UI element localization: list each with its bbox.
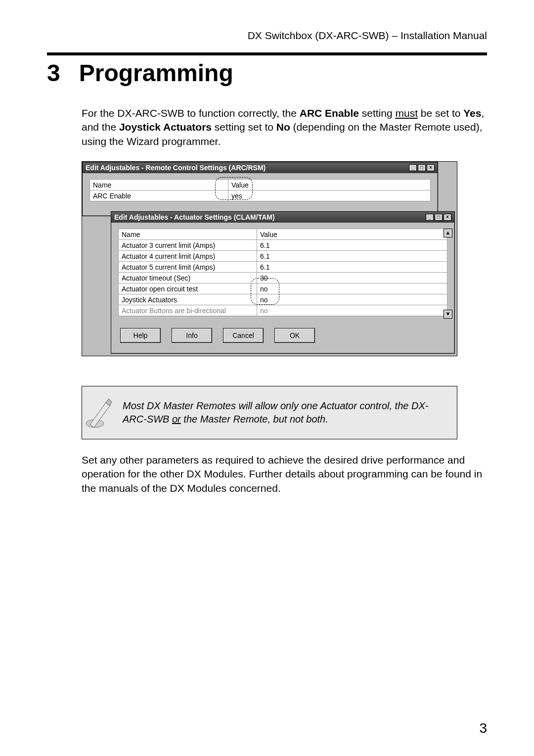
cell-name: Actuator 3 current limit (Amps) bbox=[119, 240, 257, 251]
chapter-heading: 3 Programming bbox=[47, 59, 487, 87]
col-value: Value bbox=[228, 180, 431, 190]
settings-table: Name Value Actuator 3 current limit (Amp… bbox=[118, 229, 447, 316]
intro-text: setting set to bbox=[212, 121, 276, 133]
intro-text: be set to bbox=[418, 107, 463, 119]
table-row: ARC Enable yes bbox=[90, 190, 431, 201]
intro-bold-yes: Yes bbox=[463, 107, 481, 119]
cell-value[interactable]: no bbox=[257, 294, 447, 305]
window-controls: _ □ × bbox=[409, 164, 435, 171]
close-button[interactable]: × bbox=[444, 214, 451, 221]
cell-value[interactable]: 30 bbox=[257, 273, 447, 284]
cell-value[interactable]: yes bbox=[228, 190, 431, 201]
help-button[interactable]: Help bbox=[120, 328, 161, 343]
window-controls: _ □ × bbox=[426, 214, 451, 221]
table-row: Actuator 3 current limit (Amps)6.1 bbox=[119, 240, 447, 251]
minimize-button[interactable]: _ bbox=[426, 214, 434, 221]
intro-underline-must: must bbox=[395, 107, 418, 119]
intro-text: For the DX-ARC-SWB to function correctly… bbox=[82, 107, 300, 119]
table-row: Actuator 4 current limit (Amps)6.1 bbox=[119, 251, 447, 262]
col-value: Value bbox=[257, 229, 447, 240]
close-button[interactable]: × bbox=[427, 164, 435, 171]
intro-bold-joystick: Joystick Actuators bbox=[119, 121, 212, 133]
cancel-button[interactable]: Cancel bbox=[223, 328, 264, 343]
divider bbox=[47, 52, 487, 55]
outro-paragraph: Set any other parameters as required to … bbox=[82, 453, 487, 495]
cell-name: Actuator 4 current limit (Amps) bbox=[119, 251, 257, 262]
cell-name: ARC Enable bbox=[90, 190, 228, 201]
note-box: Most DX Master Remotes will allow only o… bbox=[82, 386, 457, 439]
chapter-number: 3 bbox=[47, 59, 60, 87]
scroll-up-button[interactable]: ▲ bbox=[444, 229, 452, 237]
button-row: Help Info Cancel OK bbox=[111, 321, 454, 349]
cell-name: Actuator open circuit test bbox=[119, 284, 257, 294]
table-area: Name Value Actuator 3 current limit (Amp… bbox=[111, 223, 454, 321]
titlebar: Edit Adjustables - Actuator Settings (CL… bbox=[111, 212, 454, 223]
window-title: Edit Adjustables - Actuator Settings (CL… bbox=[114, 213, 275, 221]
intro-paragraph: For the DX-ARC-SWB to function correctly… bbox=[82, 106, 487, 148]
window-arc-rsm: Edit Adjustables - Remote Control Settin… bbox=[82, 162, 438, 216]
chapter-title: Programming bbox=[79, 59, 233, 87]
table-header-row: Name Value bbox=[119, 229, 447, 240]
cell-value[interactable]: 6.1 bbox=[257, 262, 447, 273]
table-row: Actuator open circuit testno bbox=[119, 284, 447, 294]
cell-value[interactable]: 6.1 bbox=[257, 251, 447, 262]
table-row: Actuator 5 current limit (Amps)6.1 bbox=[119, 262, 447, 273]
intro-text: setting bbox=[359, 107, 396, 119]
table-area: Name Value ARC Enable yes bbox=[83, 173, 438, 206]
ok-button[interactable]: OK bbox=[274, 328, 315, 343]
note-text-part: the Master Remote, but not both. bbox=[181, 414, 328, 425]
cell-name: Actuator Buttons are bi-directional bbox=[119, 305, 257, 316]
table-row: Actuator Buttons are bi-directionalno bbox=[119, 305, 447, 316]
info-button[interactable]: Info bbox=[172, 328, 212, 343]
cell-name: Joystick Actuators bbox=[119, 294, 257, 305]
page-number: 3 bbox=[479, 720, 487, 736]
pen-note-icon bbox=[84, 391, 114, 434]
wizard-screenshot: Edit Adjustables - Remote Control Settin… bbox=[82, 161, 457, 356]
minimize-button[interactable]: _ bbox=[409, 164, 417, 171]
titlebar: Edit Adjustables - Remote Control Settin… bbox=[83, 162, 438, 173]
table-header-row: Name Value bbox=[90, 180, 431, 190]
scroll-down-button[interactable]: ▼ bbox=[444, 310, 452, 319]
intro-bold-arc-enable: ARC Enable bbox=[300, 107, 359, 119]
cell-name: Actuator 5 current limit (Amps) bbox=[119, 262, 257, 273]
cell-name: Actuator timeout (Sec) bbox=[119, 273, 257, 284]
table-row: Joystick Actuatorsno bbox=[119, 294, 447, 305]
maximize-button[interactable]: □ bbox=[435, 214, 443, 221]
cell-value[interactable]: no bbox=[257, 284, 447, 294]
cell-value: no bbox=[257, 305, 447, 316]
col-name: Name bbox=[119, 229, 257, 240]
note-underline-or: or bbox=[172, 414, 181, 425]
table-row: Actuator timeout (Sec)30 bbox=[119, 273, 447, 284]
maximize-button[interactable]: □ bbox=[418, 164, 426, 171]
col-name: Name bbox=[90, 180, 228, 190]
note-text: Most DX Master Remotes will allow only o… bbox=[123, 399, 449, 426]
cell-value[interactable]: 6.1 bbox=[257, 240, 447, 251]
page-header: DX Switchbox (DX-ARC-SWB) – Installation… bbox=[47, 30, 487, 42]
window-title: Edit Adjustables - Remote Control Settin… bbox=[86, 164, 266, 172]
settings-table: Name Value ARC Enable yes bbox=[89, 179, 431, 201]
window-clam-tam: Edit Adjustables - Actuator Settings (CL… bbox=[111, 211, 455, 354]
intro-bold-no: No bbox=[276, 121, 290, 133]
